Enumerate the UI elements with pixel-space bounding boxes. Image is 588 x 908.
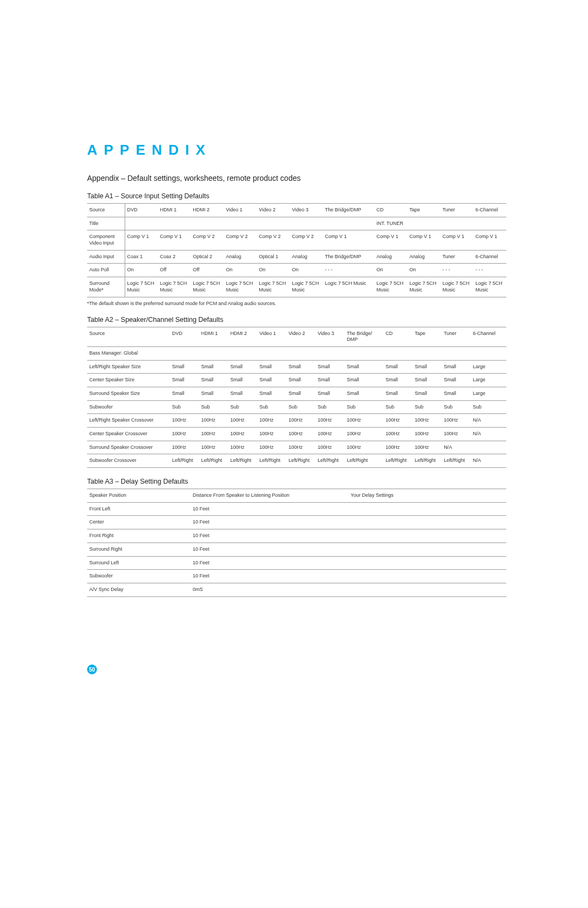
table-cell: Video 1 [258,327,286,346]
table-cell: HDMI 1 [199,327,228,346]
table-cell: Small [170,387,199,400]
table-cell: Small [413,360,442,374]
table-cell: 6-Channel [471,327,506,346]
table-cell: Small [315,360,344,374]
table-cell: N/A [471,454,506,468]
table-cell: N/A [471,414,506,428]
table-cell: Comp V 2 [257,230,290,250]
table-a3: Speaker PositionDistance From Speaker to… [87,489,506,597]
table-cell: Tuner [440,204,474,217]
page-subtitle: Appendix – Default settings, worksheets,… [87,174,506,182]
table-cell: Analog [374,250,407,264]
table-cell: Comp V 2 [224,230,257,250]
table-cell: Off [191,264,224,277]
table-cell [471,346,506,360]
table-cell: Sub [383,400,412,414]
table-cell: N/A [471,428,506,441]
table-cell: 100Hz [258,428,286,441]
table-cell: On [257,264,290,277]
table-cell [286,346,315,360]
table-cell: 100Hz [383,441,412,454]
table-cell [199,346,228,360]
table-cell [348,583,506,596]
table-cell: Tape [407,204,440,217]
table-cell: Small [199,360,228,374]
table-cell: Sub [170,400,199,414]
table-cell: 10 Feet [191,516,348,529]
table-cell: Surround Speaker Crossover [87,441,170,454]
table-cell: Logic 7 5CH Music [374,277,407,297]
page-number-badge: 50 [87,665,97,674]
table-cell: Component Video Input [87,230,125,250]
table-cell: Analog [407,250,440,264]
table-cell: 100Hz [315,414,344,428]
table-cell: 100Hz [413,414,442,428]
table-a1-title: Table A1 – Source Input Setting Defaults [87,192,506,200]
table-cell: Logic 7 5CH Music [224,277,257,297]
table-cell: CD [374,204,407,217]
table-cell: Video 2 [286,327,315,346]
table-cell: Coax 1 [125,250,158,264]
table-cell: Small [413,387,442,400]
table-cell: Small [442,374,470,387]
table-cell [407,217,440,230]
table-cell: Small [345,387,383,400]
table-cell: Optical 1 [257,250,290,264]
table-cell: Small [315,387,344,400]
table-cell [258,346,286,360]
table-cell: Surround Left [87,556,191,570]
table-cell: Center Speaker Size [87,374,170,387]
table-cell: Large [471,360,506,374]
table-cell: Small [286,374,315,387]
table-header-cell: Speaker Position [87,489,191,503]
table-cell: 100Hz [345,441,383,454]
table-cell: Logic 7 5CH Music [440,277,474,297]
table-cell: HDMI 1 [158,204,191,217]
table-cell: N/A [442,441,470,454]
table-cell: Logic 7 5CH Music [257,277,290,297]
table-cell: Front Right [87,529,191,543]
table-cell: Left/Right [228,454,257,468]
table-cell [440,217,474,230]
table-cell [442,346,470,360]
table-cell: 10 Feet [191,543,348,556]
table-a3-title: Table A3 – Delay Setting Defaults [87,478,506,485]
table-cell: Large [471,387,506,400]
table-cell: Small [258,360,286,374]
table-cell: Small [383,360,412,374]
table-cell: Small [199,387,228,400]
table-cell [191,217,224,230]
table-cell: 10 Feet [191,502,348,516]
table-cell: Source [87,327,170,346]
table-cell [257,217,290,230]
table-cell: 6-Channel [473,204,506,217]
table-cell: INT. TUNER [374,217,407,230]
table-cell: Small [286,387,315,400]
table-cell: Subwoofer Crossover [87,454,170,468]
table-cell: Auto Poll [87,264,125,277]
table-cell: 10 Feet [191,529,348,543]
table-cell: - - - [323,264,375,277]
table-cell: On [224,264,257,277]
table-cell: 10 Feet [191,556,348,570]
table-cell: 100Hz [199,441,228,454]
table-cell [348,502,506,516]
table-cell: 100Hz [442,414,470,428]
table-cell: 100Hz [286,441,315,454]
table-cell [348,556,506,570]
table-cell: Logic 7 5CH Music [473,277,506,297]
table-cell: Tuner [442,327,470,346]
table-cell: Tuner [440,250,474,264]
table-cell: Video 2 [257,204,290,217]
table-cell: Coax 2 [158,250,191,264]
table-cell: 100Hz [383,428,412,441]
table-cell: The Bridge/DMP [323,250,375,264]
table-cell: Sub [286,400,315,414]
table-cell: Comp V 1 [407,230,440,250]
table-cell: 100Hz [413,428,442,441]
table-cell: Off [158,264,191,277]
table-cell: 0mS [191,583,348,596]
table-cell: DVD [170,327,199,346]
table-cell [348,543,506,556]
table-cell: Sub [345,400,383,414]
